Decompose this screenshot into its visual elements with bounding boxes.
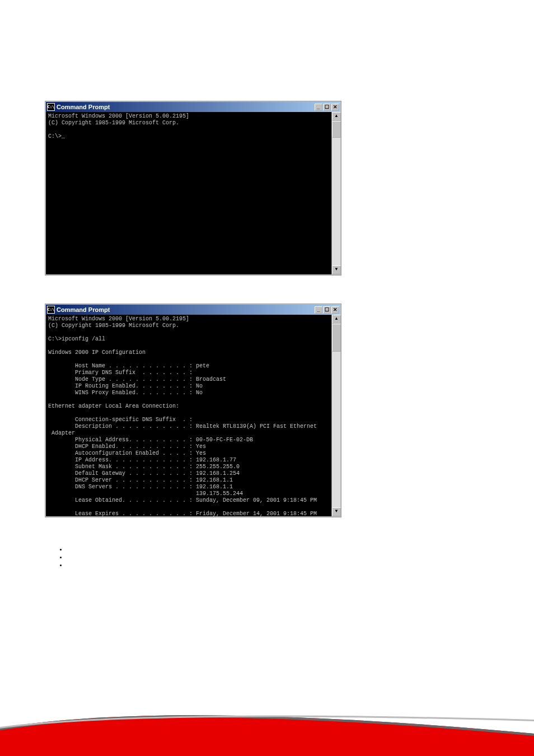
window-title: Command Prompt [57, 306, 315, 313]
cmd-titlebar-1[interactable]: C:\ Command Prompt _ ☐ ✕ [46, 102, 340, 112]
scroll-up-button[interactable]: ▲ [332, 112, 341, 121]
close-button[interactable]: ✕ [331, 104, 339, 111]
cmd-window-1: C:\ Command Prompt _ ☐ ✕ Microsoft Windo… [45, 101, 341, 276]
cmd-app-icon: C:\ [47, 306, 55, 314]
list-item [67, 545, 489, 553]
scroll-up-button[interactable]: ▲ [332, 315, 341, 324]
maximize-button[interactable]: ☐ [323, 306, 331, 314]
minimize-button[interactable]: _ [315, 104, 322, 111]
cmd-app-icon: C:\ [47, 103, 55, 111]
scroll-thumb[interactable] [332, 324, 341, 352]
scroll-thumb[interactable] [332, 121, 341, 138]
scroll-down-button[interactable]: ▼ [332, 507, 341, 516]
vertical-scrollbar[interactable]: ▲ ▼ [331, 112, 340, 274]
scroll-down-button[interactable]: ▼ [332, 265, 341, 274]
window-buttons: _ ☐ ✕ [315, 104, 339, 111]
close-button[interactable]: ✕ [331, 306, 339, 314]
minimize-button[interactable]: _ [315, 306, 322, 314]
console-output-1[interactable]: Microsoft Windows 2000 [Version 5.00.219… [46, 112, 331, 274]
console-output-2[interactable]: Microsoft Windows 2000 [Version 5.00.219… [46, 315, 331, 516]
cmd-titlebar-2[interactable]: C:\ Command Prompt _ ☐ ✕ [46, 305, 340, 315]
cmd-window-2: C:\ Command Prompt _ ☐ ✕ Microsoft Windo… [45, 304, 341, 517]
window-buttons: _ ☐ ✕ [315, 306, 339, 314]
vertical-scrollbar[interactable]: ▲ ▼ [331, 315, 340, 516]
window-title: Command Prompt [57, 104, 315, 110]
list-item [67, 553, 489, 561]
page-content: C:\ Command Prompt _ ☐ ✕ Microsoft Windo… [0, 0, 534, 569]
cmd-body-wrap: Microsoft Windows 2000 [Version 5.00.219… [46, 112, 340, 274]
maximize-button[interactable]: ☐ [323, 104, 331, 111]
bullet-list [67, 545, 489, 569]
list-item [67, 561, 489, 569]
footer-decoration [0, 694, 534, 756]
cmd-body-wrap: Microsoft Windows 2000 [Version 5.00.219… [46, 315, 340, 516]
